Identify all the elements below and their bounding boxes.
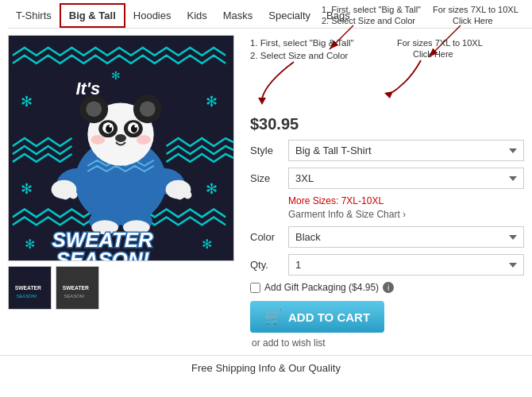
wishlist-link[interactable]: or add to wish list: [252, 337, 524, 349]
svg-text:✻: ✻: [21, 94, 33, 110]
nav-item-bags[interactable]: Bags: [318, 5, 358, 26]
svg-point-42: [91, 135, 105, 145]
size-label: Size: [250, 172, 288, 184]
nav-item-specialty[interactable]: Specialty: [260, 5, 318, 26]
nav-item-kids[interactable]: Kids: [179, 5, 214, 26]
style-row: Style Big & Tall T-Shirt: [250, 140, 524, 161]
thumbnail-2[interactable]: SWEATER SEASON!: [56, 266, 99, 310]
color-row: Color Black Navy White: [250, 226, 524, 248]
svg-point-40: [134, 125, 137, 128]
svg-text:SWEATER: SWEATER: [63, 285, 89, 291]
navigation-bar: T-Shirts Big & Tall Hoodies Kids Masks S…: [8, 0, 532, 29]
svg-text:SEASON!: SEASON!: [56, 249, 150, 260]
svg-point-41: [115, 134, 126, 142]
add-to-cart-label: ADD TO CART: [288, 310, 370, 324]
svg-text:SEASON!: SEASON!: [64, 294, 85, 299]
size-chart-link[interactable]: Garment Info & Size Chart ›: [288, 209, 524, 220]
qty-row: Qty. 1 2 3 4 5: [250, 254, 524, 276]
product-price: $30.95: [250, 115, 524, 133]
svg-text:✻: ✻: [111, 69, 121, 82]
style-label: Style: [250, 145, 288, 156]
qty-select[interactable]: 1 2 3 4 5: [288, 254, 524, 276]
nav-item-masks[interactable]: Masks: [215, 5, 261, 26]
gift-info-icon[interactable]: i: [383, 282, 394, 293]
svg-text:SEASON!: SEASON!: [17, 294, 37, 299]
svg-text:SWEATER: SWEATER: [15, 285, 41, 291]
svg-point-26: [176, 192, 184, 200]
gift-packaging-checkbox[interactable]: [250, 283, 260, 293]
svg-point-21: [54, 190, 62, 198]
svg-text:Click Here: Click Here: [413, 49, 453, 59]
svg-text:✻: ✻: [21, 181, 33, 197]
svg-text:✻: ✻: [206, 181, 218, 197]
color-label: Color: [250, 231, 288, 243]
nav-item-hoodies[interactable]: Hoodies: [125, 5, 179, 26]
product-image-area: ✻ ✻ ✻ ✻ ✻ ✻ ✻: [8, 35, 238, 349]
size-select[interactable]: 3XL 1XL 2XL 4XL 5XL 6XL: [288, 168, 524, 189]
qty-label: Qty.: [250, 259, 288, 271]
nav-item-bigtall[interactable]: Big & Tall: [60, 3, 125, 28]
product-thumbnails: SWEATER SEASON! SWEATER SEASON!: [8, 266, 238, 310]
nav-wrapper: 1. First, select "Big & Tall" 2. Select …: [0, 0, 532, 29]
add-to-cart-button[interactable]: 🛒 ADD TO CART: [250, 301, 384, 333]
gift-packaging-label: Add Gift Packaging ($4.95): [264, 282, 379, 293]
svg-text:For sizes 7XL to 10XL: For sizes 7XL to 10XL: [397, 38, 483, 48]
svg-text:✻: ✻: [206, 94, 218, 110]
svg-text:1. First, select "Big & Tall": 1. First, select "Big & Tall": [250, 38, 354, 48]
gift-packaging-row: Add Gift Packaging ($4.95) i: [250, 282, 524, 293]
size-row: Size 3XL 1XL 2XL 4XL 5XL 6XL: [250, 168, 524, 189]
svg-point-32: [140, 101, 156, 117]
thumbnail-1[interactable]: SWEATER SEASON!: [8, 266, 52, 310]
svg-point-25: [168, 190, 176, 198]
svg-marker-66: [384, 91, 393, 98]
bottom-bar: Free Shipping Info & Our Quality: [0, 355, 532, 380]
svg-text:2. Select Size and Color: 2. Select Size and Color: [250, 51, 349, 60]
svg-point-22: [62, 192, 70, 200]
svg-text:✻: ✻: [202, 237, 212, 251]
svg-point-23: [69, 191, 77, 199]
color-select[interactable]: Black Navy White: [288, 226, 524, 248]
svg-text:It's: It's: [75, 79, 100, 98]
style-select[interactable]: Big & Tall T-Shirt: [288, 140, 524, 161]
product-main-image: ✻ ✻ ✻ ✻ ✻ ✻ ✻: [8, 35, 234, 261]
svg-point-43: [137, 135, 151, 145]
svg-text:SWEATER: SWEATER: [52, 229, 153, 251]
svg-marker-63: [258, 98, 266, 105]
svg-text:✻: ✻: [25, 237, 35, 251]
more-sizes-link[interactable]: More Sizes: 7XL-10XL: [288, 195, 524, 206]
svg-point-27: [183, 191, 191, 199]
svg-point-31: [86, 101, 102, 117]
main-content: ✻ ✻ ✻ ✻ ✻ ✻ ✻: [0, 29, 532, 355]
cart-icon: 🛒: [264, 308, 282, 326]
product-details: 1. First, select "Big & Tall" 2. Select …: [246, 35, 524, 349]
nav-item-tshirts[interactable]: T-Shirts: [8, 5, 60, 26]
svg-point-39: [110, 125, 112, 128]
